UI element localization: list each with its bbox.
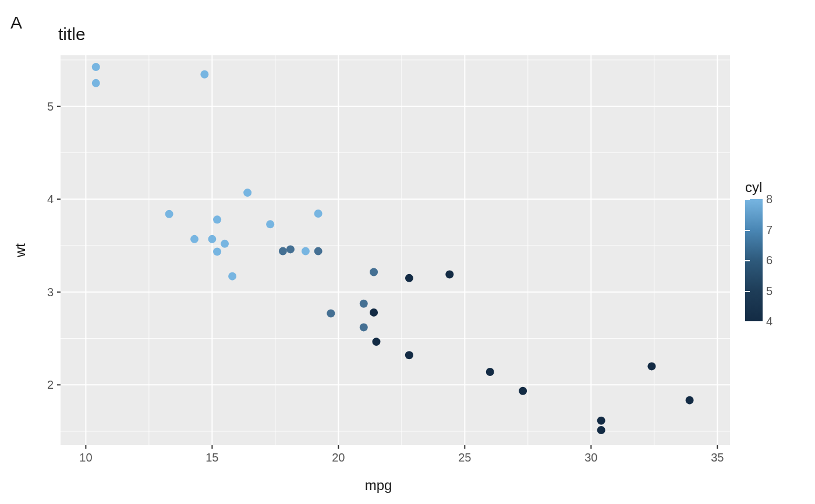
data-point <box>486 368 494 376</box>
data-point <box>647 362 655 370</box>
data-point <box>302 247 310 255</box>
legend-tick-label: 8 <box>766 193 773 206</box>
plot-svg: 1015202530352345 <box>61 55 730 445</box>
legend-title: cyl <box>745 179 809 196</box>
grid-major <box>61 55 730 445</box>
legend-tick-label: 6 <box>766 254 773 267</box>
data-point <box>405 274 413 282</box>
data-point <box>190 235 199 243</box>
plot-panel: 1015202530352345 <box>61 55 730 445</box>
legend-tick-mark <box>745 260 750 261</box>
x-ticks: 101520253035 <box>79 445 724 464</box>
data-point <box>221 240 229 248</box>
y-ticks: 2345 <box>47 100 61 392</box>
panel-tag: A <box>10 13 22 33</box>
data-point <box>279 247 287 255</box>
grid-minor <box>61 55 730 445</box>
x-axis-title: mpg <box>365 477 392 494</box>
legend-tick-label: 7 <box>766 223 773 236</box>
data-point <box>372 338 380 346</box>
y-tick-label: 3 <box>47 286 54 299</box>
legend-tick-label: 5 <box>766 284 773 297</box>
y-tick-label: 2 <box>47 378 54 391</box>
data-point <box>370 268 378 276</box>
y-tick-label: 4 <box>47 193 54 205</box>
legend-tick-mark <box>745 291 750 292</box>
data-point <box>208 235 216 243</box>
data-point <box>200 70 208 79</box>
y-tick-label: 5 <box>47 100 54 113</box>
data-point <box>597 426 605 434</box>
data-point <box>266 220 274 228</box>
data-point <box>360 323 368 331</box>
data-point <box>243 189 251 197</box>
data-point <box>519 387 527 395</box>
x-tick-label: 25 <box>458 451 471 464</box>
data-point <box>314 247 323 255</box>
data-point <box>286 245 295 253</box>
x-tick-label: 10 <box>79 451 92 464</box>
legend-tick-mark <box>745 199 750 200</box>
data-point <box>445 270 453 278</box>
plot-title: title <box>58 24 86 44</box>
y-axis-title: wt <box>12 243 29 257</box>
data-point <box>597 417 605 425</box>
figure: A title 1015202530352345 mpg wt cyl 4567… <box>0 0 815 504</box>
data-point <box>228 272 236 281</box>
x-tick-label: 35 <box>711 451 724 464</box>
legend-ticks: 45678 <box>766 199 789 321</box>
data-point <box>314 210 323 218</box>
data-point <box>165 210 173 218</box>
data-point <box>213 247 221 255</box>
data-point <box>686 396 694 404</box>
legend-tick-mark <box>745 321 750 322</box>
data-point <box>213 215 221 223</box>
x-tick-label: 30 <box>584 451 597 464</box>
points <box>92 63 694 434</box>
data-point <box>92 63 100 71</box>
legend-tick-label: 4 <box>766 315 773 328</box>
legend-tick-mark <box>745 230 750 231</box>
x-tick-label: 15 <box>205 451 218 464</box>
data-point <box>360 300 368 308</box>
data-point <box>92 79 100 87</box>
data-point <box>405 351 413 359</box>
color-legend: cyl 45678 <box>745 179 809 321</box>
data-point <box>370 308 378 317</box>
data-point <box>327 309 335 317</box>
x-tick-label: 20 <box>332 451 345 464</box>
